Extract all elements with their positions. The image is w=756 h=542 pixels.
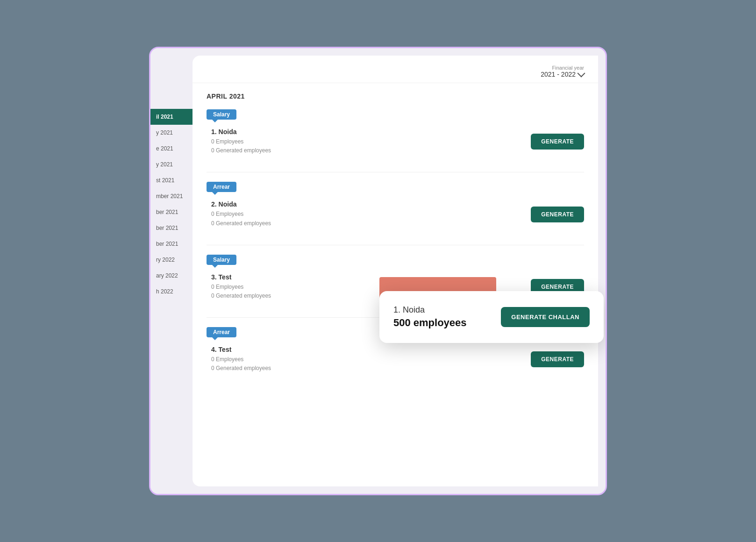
entry-name-3: 3. Test	[211, 273, 271, 281]
arrear-badge-4: Arrear	[207, 327, 236, 337]
entry-employees-3: 0 Employees	[211, 283, 271, 292]
entry-employees-1: 0 Employees	[211, 137, 271, 146]
sidebar-item-march-2022[interactable]: h 2022	[150, 284, 193, 300]
sidebar-item-november-2021[interactable]: ber 2021	[150, 220, 193, 236]
popup-info: 1. Noida 500 employees	[393, 305, 501, 329]
generate-challan-button[interactable]: GENERATE CHALLAN	[501, 307, 590, 327]
sidebar: il 2021 y 2021 e 2021 y 2021 st 2021 mbe…	[150, 48, 193, 494]
sidebar-item-october-2021[interactable]: ber 2021	[150, 204, 193, 220]
salary-badge-3: Salary	[207, 255, 236, 265]
sidebar-item-july-2021[interactable]: y 2021	[150, 157, 193, 172]
popup-employees: 500 employees	[393, 317, 501, 329]
sidebar-item-january-2022[interactable]: ry 2022	[150, 252, 193, 268]
challan-popup: 1. Noida 500 employees GENERATE CHALLAN	[379, 291, 604, 343]
main-content: Financial year 2021 - 2022 APRIL 2021 Sa…	[193, 56, 598, 486]
divider-2	[207, 245, 584, 245]
content-area: APRIL 2021 Salary 1. Noida 0 Employees 0…	[193, 83, 598, 486]
sidebar-item-february-2022[interactable]: ary 2022	[150, 268, 193, 284]
payroll-section-1: Salary 1. Noida 0 Employees 0 Generated …	[207, 109, 584, 158]
financial-year-selector[interactable]: Financial year 2021 - 2022	[541, 65, 584, 78]
fy-label: Financial year	[541, 65, 584, 71]
sidebar-item-september-2021[interactable]: mber 2021	[150, 188, 193, 204]
sidebar-item-may-2021[interactable]: y 2021	[150, 125, 193, 141]
entry-name-1: 1. Noida	[211, 128, 271, 136]
entry-info-3: 3. Test 0 Employees 0 Generated employee…	[211, 273, 271, 300]
entry-generated-4: 0 Generated employees	[211, 364, 271, 373]
entry-info-1: 1. Noida 0 Employees 0 Generated employe…	[211, 128, 271, 155]
sidebar-item-june-2021[interactable]: e 2021	[150, 141, 193, 157]
entry-employees-4: 0 Employees	[211, 355, 271, 364]
entry-info-4: 4. Test 0 Employees 0 Generated employee…	[211, 346, 271, 373]
entry-info-2: 2. Noida 0 Employees 0 Generated employe…	[211, 200, 271, 228]
app-window: il 2021 y 2021 e 2021 y 2021 st 2021 mbe…	[149, 47, 607, 495]
generate-button-1[interactable]: GENERATE	[531, 134, 584, 150]
entry-generated-1: 0 Generated employees	[211, 146, 271, 155]
entry-name-4: 4. Test	[211, 346, 271, 353]
generate-button-4[interactable]: GENERATE	[531, 351, 584, 367]
entry-employees-2: 0 Employees	[211, 210, 271, 219]
fy-value: 2021 - 2022	[541, 71, 584, 78]
salary-badge-1: Salary	[207, 109, 236, 120]
sidebar-item-august-2021[interactable]: st 2021	[150, 172, 193, 188]
chevron-down-icon	[578, 70, 585, 78]
popup-number: 1. Noida	[393, 305, 501, 315]
sidebar-item-december-2021[interactable]: ber 2021	[150, 236, 193, 252]
entry-row-4: 4. Test 0 Employees 0 Generated employee…	[207, 343, 584, 376]
entry-row-2: 2. Noida 0 Employees 0 Generated employe…	[207, 198, 584, 230]
sidebar-item-april-2021[interactable]: il 2021	[150, 109, 193, 125]
entry-row-1: 1. Noida 0 Employees 0 Generated employe…	[207, 125, 584, 158]
entry-generated-2: 0 Generated employees	[211, 219, 271, 228]
divider-1	[207, 172, 584, 172]
main-header: Financial year 2021 - 2022	[193, 56, 598, 83]
entry-name-2: 2. Noida	[211, 200, 271, 208]
month-title: APRIL 2021	[207, 93, 584, 100]
arrear-badge-2: Arrear	[207, 182, 236, 192]
payroll-section-2: Arrear 2. Noida 0 Employees 0 Generated …	[207, 182, 584, 230]
entry-generated-3: 0 Generated employees	[211, 292, 271, 300]
generate-button-2[interactable]: GENERATE	[531, 207, 584, 222]
